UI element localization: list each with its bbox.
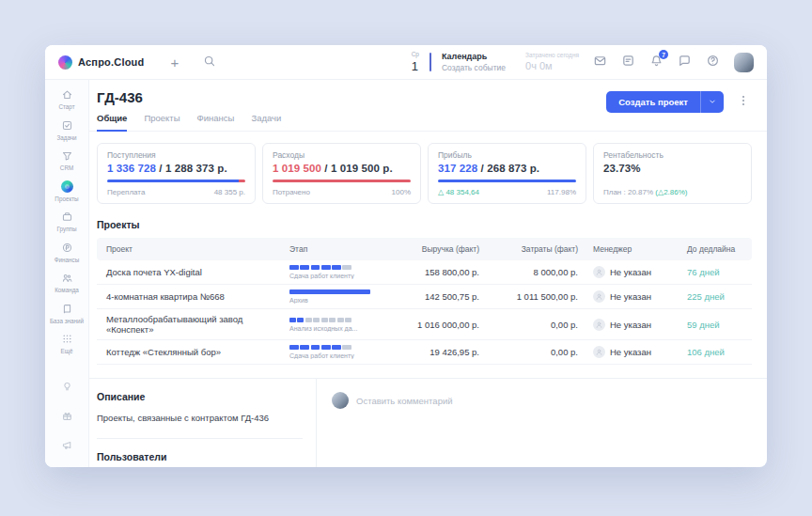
stage-label: Сдача работ клиенту xyxy=(289,352,385,359)
page-title: ГД-436 xyxy=(97,89,281,105)
help-button[interactable] xyxy=(706,54,720,70)
stat-card-1: Поступления1 336 728 / 1 288 373 р.Переп… xyxy=(97,143,256,204)
stat-footer-left: Переплата xyxy=(107,188,145,196)
quick-add-button[interactable]: + xyxy=(170,55,179,70)
people-icon xyxy=(61,272,73,284)
project-name-cell[interactable]: Доска почета YX-digital xyxy=(97,260,282,285)
column-header: Выручка (факт) xyxy=(393,238,487,260)
manager-value: Не указан xyxy=(593,290,672,303)
sidebar-item-label: Группы xyxy=(57,226,77,233)
book-icon xyxy=(61,303,73,315)
project-manager-cell[interactable]: Не указан xyxy=(586,309,679,340)
stat-cards-row: Поступления1 336 728 / 1 288 373 р.Переп… xyxy=(89,132,767,204)
project-manager-cell[interactable]: Не указан xyxy=(586,260,679,285)
sidebar-item-label: База знаний xyxy=(50,318,84,325)
create-project-button[interactable]: Создать проект xyxy=(606,91,700,113)
comment-avatar xyxy=(332,392,349,409)
sidebar-items: СтартЗадачиCRMПроектыГруппыФинансыКоманд… xyxy=(50,88,84,364)
manager-placeholder-avatar xyxy=(593,346,605,358)
notification-badge: 7 xyxy=(659,50,668,59)
user-avatar[interactable] xyxy=(734,53,754,72)
chevron-down-icon xyxy=(708,95,717,109)
sidebar-item-crm[interactable]: CRM xyxy=(50,149,84,172)
project-row[interactable]: Коттедж «Стеклянный бор»Сдача работ клие… xyxy=(97,340,752,365)
app-logo[interactable]: Аспро.Cloud xyxy=(58,55,144,70)
stat-footer-left: План : 20.87% (△2.86%) xyxy=(603,188,687,196)
project-revenue-cell: 19 426,95 р. xyxy=(393,340,487,365)
sidebar-item-more[interactable]: Ещё xyxy=(50,333,84,355)
manager-name: Не указан xyxy=(610,347,651,357)
project-manager-cell[interactable]: Не указан xyxy=(586,285,679,309)
notes-button[interactable] xyxy=(621,54,635,70)
home-icon xyxy=(61,88,73,101)
project-costs-cell: 0,00 р. xyxy=(487,340,586,365)
sidebar-item-start[interactable]: Старт xyxy=(50,88,84,111)
tab-finance[interactable]: Финансы xyxy=(197,113,235,132)
grid-icon xyxy=(61,333,73,345)
sidebar-item-label: Финансы xyxy=(55,257,79,264)
project-name-cell[interactable]: Металлообрабатывающий завод «Конспект» xyxy=(97,309,282,340)
search-button[interactable] xyxy=(203,55,216,70)
calendar-title: Календарь xyxy=(442,53,506,61)
mail-button[interactable] xyxy=(593,54,607,70)
stat-progress-bar xyxy=(273,180,411,182)
sidebar-item-groups[interactable]: Группы xyxy=(50,211,84,233)
tab-general[interactable]: Общие xyxy=(97,113,127,132)
app-logo-text: Аспро.Cloud xyxy=(78,56,144,68)
manager-placeholder-avatar xyxy=(593,266,605,278)
projects-table-header: ПроектЭтапВыручка (факт)Затраты (факт)Ме… xyxy=(97,238,752,260)
topbar-right: Ср 1 Календарь Создать событие Затрачено… xyxy=(412,52,754,72)
project-costs-cell: 8 000,00 р. xyxy=(487,260,586,285)
project-row[interactable]: Доска почета YX-digitalСдача работ клиен… xyxy=(97,260,752,285)
manager-placeholder-avatar xyxy=(593,290,605,303)
tab-tasks[interactable]: Задачи xyxy=(251,113,281,132)
comment-input[interactable]: Оставить комментарий xyxy=(332,392,752,409)
project-name-cell[interactable]: 4-комнатная квартира №668 xyxy=(97,285,282,309)
idea-icon xyxy=(61,381,73,396)
manager-value: Не указан xyxy=(593,346,672,358)
weekday-label: Ср xyxy=(412,52,419,58)
sidebar-item-projects[interactable]: Проекты xyxy=(50,180,84,203)
column-header: Затраты (факт) xyxy=(487,238,586,260)
stat-primary-value: 23.73% xyxy=(603,163,641,174)
create-event-link[interactable]: Создать событие xyxy=(442,64,506,72)
manager-name: Не указан xyxy=(610,320,651,330)
project-manager-cell[interactable]: Не указан xyxy=(586,340,679,365)
manager-name: Не указан xyxy=(610,267,651,277)
projects-section-heading: Проекты xyxy=(97,219,752,230)
sidebar-item-label: Задачи xyxy=(56,134,76,142)
tab-projects[interactable]: Проекты xyxy=(144,113,180,132)
sidebar-feedback-button[interactable] xyxy=(61,439,73,454)
stat-progress-bar xyxy=(438,180,576,182)
sidebar-whats-new-button[interactable] xyxy=(61,381,73,396)
project-row[interactable]: Металлообрабатывающий завод «Конспект»Ан… xyxy=(97,309,752,340)
create-project-split-button: Создать проект xyxy=(606,91,724,113)
sidebar-item-finance[interactable]: Финансы xyxy=(50,242,84,264)
stage-label: Сдача работ клиенту xyxy=(289,273,385,279)
description-text: Проекты, связанные с контрактом ГД-436 xyxy=(97,413,303,423)
briefcase-icon xyxy=(61,211,73,223)
sidebar-item-team[interactable]: Команда xyxy=(50,272,84,294)
notifications-button[interactable]: 7 xyxy=(649,54,664,70)
sidebar-item-tasks[interactable]: Задачи xyxy=(50,119,84,142)
kebab-menu-button[interactable] xyxy=(735,92,752,112)
calendar-widget[interactable]: Календарь Создать событие xyxy=(442,53,506,72)
time-tracker[interactable]: Затрачено сегодня 0ч 0м xyxy=(525,53,579,71)
stat-footer-left: △ 48 354,64 xyxy=(438,188,479,196)
project-revenue-cell: 1 016 000,00 р. xyxy=(393,309,487,340)
chat-button[interactable] xyxy=(678,54,692,70)
create-project-caret-button[interactable] xyxy=(700,91,724,113)
day-number: 1 xyxy=(412,60,419,72)
project-costs-cell: 0,00 р. xyxy=(487,309,586,340)
topbar: Аспро.Cloud + Ср 1 Календарь Создать соб… xyxy=(45,45,767,80)
page-header: ГД-436 ОбщиеПроектыФинансыЗадачи Создать… xyxy=(89,80,767,132)
project-row[interactable]: 4-комнатная квартира №668Архив142 500,75… xyxy=(97,285,752,309)
sidebar-item-kb[interactable]: База знаний xyxy=(50,303,84,325)
column-header: Проект xyxy=(97,238,282,260)
sidebar-gift-button[interactable] xyxy=(61,410,73,425)
time-tracker-value: 0ч 0м xyxy=(525,61,579,71)
calendar-date[interactable]: Ср 1 xyxy=(412,52,419,72)
detail-section: Описание Проекты, связанные с контрактом… xyxy=(89,378,767,467)
project-name-cell[interactable]: Коттедж «Стеклянный бор» xyxy=(97,340,282,365)
stat-card-value: 23.73% xyxy=(603,163,742,174)
